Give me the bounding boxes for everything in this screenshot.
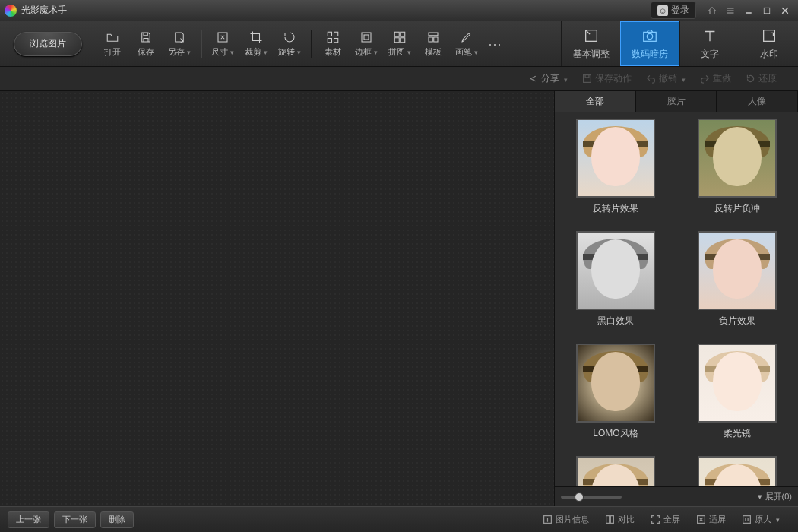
- brush-icon: [459, 30, 474, 45]
- filter-negative[interactable]: 负片效果: [688, 231, 787, 344]
- svg-rect-11: [401, 38, 405, 43]
- svg-point-17: [647, 33, 652, 39]
- filter-lomo[interactable]: LOMO风格: [566, 344, 665, 456]
- filter-soft-light[interactable]: 柔光镜: [688, 344, 787, 456]
- crop-icon: [249, 30, 264, 45]
- filter-thumb: [698, 231, 777, 310]
- minimize-icon[interactable]: [740, 4, 757, 17]
- tab-watermark[interactable]: 水印: [739, 21, 798, 66]
- more-button[interactable]: ⋯: [483, 36, 506, 52]
- expand-button[interactable]: ▾展开(0): [758, 491, 792, 502]
- svg-rect-9: [401, 32, 405, 36]
- filter-thumb: [576, 231, 655, 310]
- crop-button[interactable]: 裁剪: [239, 30, 273, 58]
- template-button[interactable]: 模板: [416, 30, 450, 58]
- resize-icon: [215, 30, 230, 45]
- effects-panel: 全部 胶片 人像 反转片效果 反转片负冲 黑白效果 负片效果 LOMO风格 柔光…: [555, 91, 798, 506]
- border-button[interactable]: 边框: [350, 30, 383, 58]
- next-image-button[interactable]: 下一张: [54, 511, 96, 528]
- compare-button[interactable]: 对比: [604, 514, 635, 525]
- title-bar: 光影魔术手 登录: [0, 0, 798, 21]
- saveas-button[interactable]: 另存: [163, 30, 196, 58]
- prev-image-button[interactable]: 上一张: [8, 511, 49, 528]
- slider-knob[interactable]: [575, 492, 584, 502]
- folder-open-icon: [105, 30, 120, 45]
- revert-button[interactable]: 还原: [745, 72, 777, 85]
- compare-icon: [604, 515, 615, 525]
- fullscreen-icon: [650, 515, 660, 525]
- filter-black-white[interactable]: 黑白效果: [566, 231, 665, 344]
- rotate-icon: [282, 30, 297, 45]
- collage-button[interactable]: 拼图: [383, 30, 416, 58]
- brush-button[interactable]: 画笔: [450, 30, 483, 58]
- template-icon: [426, 30, 441, 45]
- save-action-icon: [581, 74, 592, 84]
- settings-icon[interactable]: [722, 4, 739, 17]
- size-button[interactable]: 尺寸: [206, 30, 239, 58]
- panel-footer: ▾展开(0): [555, 486, 798, 506]
- fit-screen-button[interactable]: 适屏: [695, 514, 726, 525]
- close-icon[interactable]: [777, 4, 793, 17]
- save-button[interactable]: 保存: [129, 30, 163, 58]
- status-bar: 上一张 下一张 删除 图片信息 对比 全屏 适屏 原大▾: [0, 506, 798, 532]
- workspace: 全部 胶片 人像 反转片效果 反转片负冲 黑白效果 负片效果 LOMO风格 柔光…: [0, 91, 798, 506]
- filter-thumb: [698, 456, 777, 486]
- undo-button[interactable]: 撤销: [645, 72, 686, 85]
- filter-grid: 反转片效果 反转片负冲 黑白效果 负片效果 LOMO风格 柔光镜: [555, 112, 798, 486]
- open-button[interactable]: 打开: [96, 30, 129, 58]
- chevron-down-icon: ▾: [776, 516, 780, 524]
- filter-tab-film[interactable]: 胶片: [636, 91, 717, 112]
- border-icon: [359, 30, 374, 45]
- filter-tab-portrait[interactable]: 人像: [717, 91, 798, 112]
- sub-toolbar: 分享 保存动作 撤销 重做 还原: [0, 67, 798, 91]
- svg-rect-5: [334, 39, 338, 43]
- tab-basic-adjust[interactable]: 基本调整: [561, 21, 620, 66]
- filter-reversal[interactable]: 反转片效果: [566, 119, 665, 231]
- home-icon[interactable]: [704, 4, 720, 17]
- filter-extra-2[interactable]: [688, 456, 787, 486]
- intensity-slider[interactable]: [561, 496, 622, 499]
- svg-rect-14: [434, 37, 438, 42]
- svg-rect-0: [764, 8, 770, 14]
- svg-rect-10: [394, 38, 399, 43]
- original-icon: [741, 515, 752, 525]
- canvas-area[interactable]: [0, 91, 555, 506]
- svg-rect-6: [362, 33, 371, 42]
- tab-digital-darkroom[interactable]: 数码暗房: [620, 21, 679, 66]
- redo-icon: [699, 74, 710, 84]
- svg-rect-24: [743, 516, 750, 524]
- svg-rect-22: [610, 516, 613, 524]
- svg-rect-8: [394, 32, 399, 36]
- delete-button[interactable]: 删除: [100, 511, 134, 528]
- face-icon: [657, 5, 668, 16]
- filter-thumb: [576, 344, 655, 423]
- original-size-button[interactable]: 原大▾: [741, 514, 780, 525]
- maximize-icon[interactable]: [758, 4, 775, 17]
- redo-button[interactable]: 重做: [699, 72, 731, 85]
- share-button[interactable]: 分享: [527, 72, 568, 85]
- login-button[interactable]: 登录: [651, 2, 696, 19]
- filter-tab-all[interactable]: 全部: [555, 91, 636, 112]
- revert-icon: [745, 74, 755, 84]
- fullscreen-button[interactable]: 全屏: [650, 514, 680, 525]
- app-icon: [5, 5, 17, 17]
- save-action-button[interactable]: 保存动作: [581, 72, 632, 85]
- grid-icon: [325, 30, 340, 45]
- fit-icon: [695, 515, 706, 525]
- filter-extra-1[interactable]: [566, 456, 665, 486]
- camera-icon: [641, 27, 658, 46]
- image-info-button[interactable]: 图片信息: [542, 514, 589, 525]
- rotate-button[interactable]: 旋转: [273, 30, 306, 58]
- filter-cross-process[interactable]: 反转片负冲: [688, 119, 787, 231]
- svg-rect-7: [364, 35, 369, 40]
- svg-rect-12: [429, 33, 438, 36]
- material-button[interactable]: 素材: [316, 30, 350, 58]
- browse-button[interactable]: 浏览图片: [14, 32, 82, 56]
- tab-text[interactable]: 文字: [679, 21, 739, 66]
- info-icon: [542, 515, 553, 525]
- svg-rect-21: [606, 516, 609, 524]
- chevron-down-icon: ▾: [758, 492, 762, 502]
- adjust-icon: [583, 27, 600, 46]
- saveas-icon: [172, 30, 187, 45]
- filter-thumb: [576, 456, 655, 486]
